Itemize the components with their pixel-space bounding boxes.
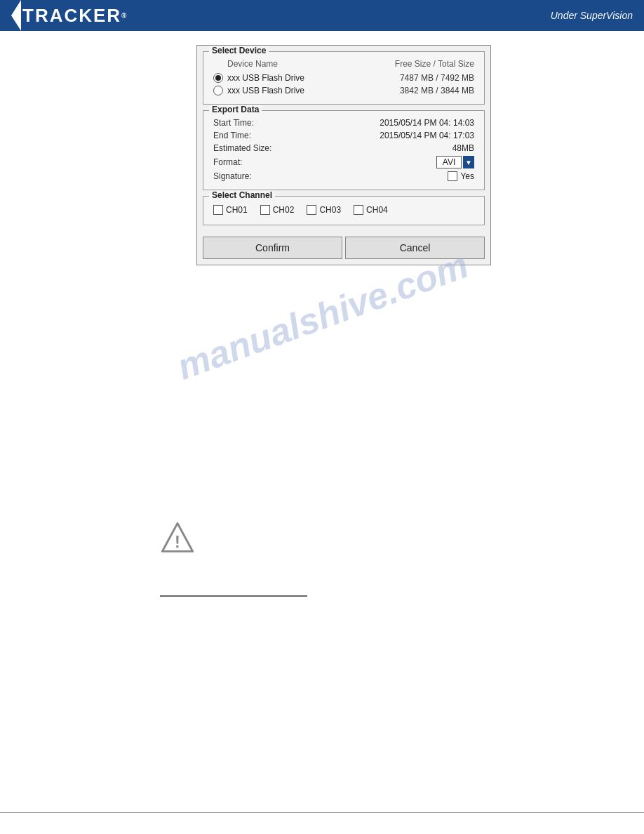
channel-ch03-checkbox[interactable] bbox=[307, 205, 316, 215]
logo-text: TRACKER® bbox=[11, 0, 128, 31]
channel-ch04-label: CH04 bbox=[366, 205, 388, 215]
warning-icon-area: ! bbox=[160, 519, 195, 557]
export-data-legend: Export Data bbox=[209, 105, 262, 114]
signature-checkbox-label: Yes bbox=[460, 171, 474, 181]
tagline: Under SuperVision bbox=[551, 10, 633, 21]
estimated-size-row: Estimated Size: 48MB bbox=[210, 142, 477, 154]
format-select[interactable]: AVI ▼ bbox=[436, 156, 474, 168]
header: TRACKER® Under SuperVision bbox=[0, 0, 644, 31]
end-time-label: End Time: bbox=[213, 131, 251, 140]
signature-label: Signature: bbox=[213, 171, 252, 181]
cancel-button[interactable]: Cancel bbox=[345, 237, 485, 259]
end-time-row: End Time: 2015/05/14 PM 04: 17:03 bbox=[210, 129, 477, 142]
channel-ch01-checkbox[interactable] bbox=[213, 205, 223, 215]
channel-ch04-checkbox[interactable] bbox=[354, 205, 363, 215]
device-row-2[interactable]: xxx USB Flash Drive 3842 MB / 3844 MB bbox=[210, 84, 477, 97]
signature-checkbox[interactable] bbox=[448, 171, 457, 181]
logo-label: TRACKER bbox=[22, 5, 121, 27]
select-channel-legend: Select Channel bbox=[209, 190, 275, 200]
estimated-size-label: Estimated Size: bbox=[213, 143, 271, 153]
signature-row: Signature: Yes bbox=[210, 170, 477, 183]
warning-triangle-icon: ! bbox=[160, 519, 195, 555]
end-time-value: 2015/05/14 PM 04: 17:03 bbox=[380, 131, 474, 140]
format-row: Format: AVI ▼ bbox=[210, 154, 477, 170]
footer-line bbox=[0, 812, 644, 813]
svg-text:!: ! bbox=[175, 533, 180, 551]
device-size-col-header: Free Size / Total Size bbox=[395, 59, 474, 69]
logo-registered: ® bbox=[121, 12, 128, 20]
select-device-section: Select Device Device Name Free Size / To… bbox=[203, 51, 485, 105]
channel-ch02-label: CH02 bbox=[273, 205, 295, 215]
start-time-label: Start Time: bbox=[213, 118, 254, 128]
signature-checkbox-wrap[interactable]: Yes bbox=[448, 171, 474, 181]
channel-item-ch02[interactable]: CH02 bbox=[260, 205, 295, 215]
channel-item-ch03[interactable]: CH03 bbox=[307, 205, 341, 215]
channel-ch03-label: CH03 bbox=[319, 205, 341, 215]
export-data-section: Export Data Start Time: 2015/05/14 PM 04… bbox=[203, 110, 485, 190]
logo-area: TRACKER® bbox=[11, 0, 128, 31]
device-label-2: xxx USB Flash Drive bbox=[213, 86, 304, 95]
device-row-1[interactable]: xxx USB Flash Drive 7487 MB / 7492 MB bbox=[210, 72, 477, 84]
export-dialog: Select Device Device Name Free Size / To… bbox=[196, 45, 491, 265]
select-channel-section: Select Channel CH01 CH02 CH03 CH04 bbox=[203, 196, 485, 225]
device-label-1: xxx USB Flash Drive bbox=[213, 73, 304, 83]
radio-device-2[interactable] bbox=[213, 86, 223, 95]
device-size-2: 3842 MB / 3844 MB bbox=[400, 86, 474, 95]
start-time-value: 2015/05/14 PM 04: 14:03 bbox=[380, 118, 474, 128]
radio-device-1[interactable] bbox=[213, 73, 223, 83]
content-area: Select Device Device Name Free Size / To… bbox=[0, 31, 644, 279]
select-device-legend: Select Device bbox=[209, 46, 269, 55]
device-size-1: 7487 MB / 7492 MB bbox=[400, 73, 474, 83]
channel-item-ch04[interactable]: CH04 bbox=[354, 205, 388, 215]
confirm-button[interactable]: Confirm bbox=[203, 237, 342, 259]
device-name-2: xxx USB Flash Drive bbox=[227, 86, 304, 95]
channel-row: CH01 CH02 CH03 CH04 bbox=[210, 202, 477, 218]
button-row: Confirm Cancel bbox=[197, 231, 490, 265]
format-dropdown-arrow-icon[interactable]: ▼ bbox=[463, 156, 474, 168]
channel-ch01-label: CH01 bbox=[226, 205, 248, 215]
device-header-row: Device Name Free Size / Total Size bbox=[210, 58, 477, 72]
format-value: AVI bbox=[436, 156, 462, 168]
logo-slash-icon bbox=[11, 0, 21, 31]
start-time-row: Start Time: 2015/05/14 PM 04: 14:03 bbox=[210, 117, 477, 129]
device-name-col-header: Device Name bbox=[227, 59, 278, 69]
estimated-size-value: 48MB bbox=[452, 143, 474, 153]
device-name-1: xxx USB Flash Drive bbox=[227, 73, 304, 83]
channel-ch02-checkbox[interactable] bbox=[260, 205, 270, 215]
format-label: Format: bbox=[213, 157, 242, 167]
channel-item-ch01[interactable]: CH01 bbox=[213, 205, 248, 215]
warning-underline bbox=[160, 595, 307, 597]
